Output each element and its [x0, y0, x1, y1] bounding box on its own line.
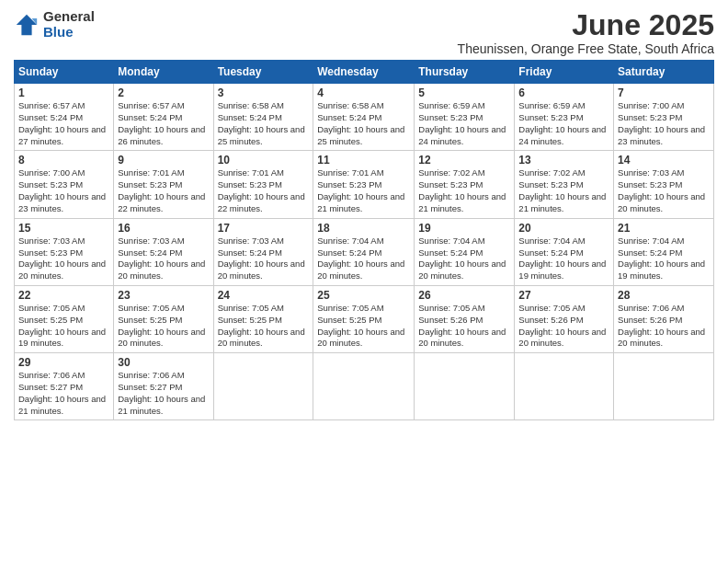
sunrise: Sunrise: 7:01 AM [218, 167, 284, 178]
logo-blue-text: Blue [43, 25, 95, 40]
col-saturday: Saturday [614, 61, 714, 84]
calendar-cell: 8 Sunrise: 7:00 AM Sunset: 5:23 PM Dayli… [15, 151, 114, 218]
calendar-cell [313, 353, 415, 420]
day-number: 6 [518, 86, 609, 99]
daylight: Daylight: 10 hours and 24 minutes. [518, 124, 606, 146]
calendar-cell: 16 Sunrise: 7:03 AM Sunset: 5:24 PM Dayl… [114, 218, 213, 285]
svg-marker-0 [17, 14, 37, 34]
sunset: Sunset: 5:23 PM [317, 179, 381, 190]
sunrise: Sunrise: 7:05 AM [317, 303, 383, 313]
daylight: Daylight: 10 hours and 20 minutes. [18, 259, 106, 281]
day-info: Sunrise: 7:05 AM Sunset: 5:26 PM Dayligh… [518, 303, 609, 350]
sunset: Sunset: 5:26 PM [618, 315, 682, 325]
calendar-cell: 27 Sunrise: 7:05 AM Sunset: 5:26 PM Dayl… [515, 285, 614, 352]
calendar-cell: 29 Sunrise: 7:06 AM Sunset: 5:27 PM Dayl… [15, 353, 114, 420]
day-info: Sunrise: 7:05 AM Sunset: 5:25 PM Dayligh… [18, 303, 109, 350]
calendar-cell: 10 Sunrise: 7:01 AM Sunset: 5:23 PM Dayl… [213, 151, 313, 218]
sunrise: Sunrise: 7:05 AM [118, 303, 184, 313]
calendar-week-2: 8 Sunrise: 7:00 AM Sunset: 5:23 PM Dayli… [15, 151, 714, 218]
sunset: Sunset: 5:24 PM [317, 112, 381, 122]
daylight: Daylight: 10 hours and 26 minutes. [118, 124, 205, 146]
day-info: Sunrise: 7:04 AM Sunset: 5:24 PM Dayligh… [618, 236, 710, 282]
daylight: Daylight: 10 hours and 27 minutes. [18, 124, 106, 146]
sunset: Sunset: 5:25 PM [118, 315, 182, 325]
sunrise: Sunrise: 7:05 AM [418, 303, 484, 313]
calendar-cell: 1 Sunrise: 6:57 AM Sunset: 5:24 PM Dayli… [15, 84, 114, 151]
day-info: Sunrise: 7:01 AM Sunset: 5:23 PM Dayligh… [218, 167, 310, 214]
calendar-cell: 22 Sunrise: 7:05 AM Sunset: 5:25 PM Dayl… [15, 285, 114, 352]
calendar-cell: 9 Sunrise: 7:01 AM Sunset: 5:23 PM Dayli… [114, 151, 213, 218]
sunset: Sunset: 5:24 PM [418, 247, 483, 258]
day-number: 20 [518, 222, 609, 235]
day-number: 8 [18, 154, 109, 167]
daylight: Daylight: 10 hours and 20 minutes. [618, 191, 705, 213]
day-info: Sunrise: 7:05 AM Sunset: 5:25 PM Dayligh… [218, 303, 310, 350]
sunrise: Sunrise: 7:01 AM [317, 167, 383, 178]
calendar-cell: 3 Sunrise: 6:58 AM Sunset: 5:24 PM Dayli… [213, 84, 313, 151]
col-thursday: Thursday [415, 61, 515, 84]
daylight: Daylight: 10 hours and 20 minutes. [518, 327, 606, 349]
sunset: Sunset: 5:27 PM [18, 382, 83, 392]
calendar-cell: 18 Sunrise: 7:04 AM Sunset: 5:24 PM Dayl… [313, 218, 415, 285]
day-number: 11 [317, 154, 410, 167]
day-info: Sunrise: 7:05 AM Sunset: 5:26 PM Dayligh… [418, 303, 510, 350]
page: General Blue June 2025 Theunissen, Orang… [0, 0, 728, 563]
col-monday: Monday [114, 61, 213, 84]
sunset: Sunset: 5:23 PM [518, 179, 583, 190]
sunset: Sunset: 5:27 PM [118, 382, 182, 392]
daylight: Daylight: 10 hours and 20 minutes. [118, 259, 205, 281]
calendar-cell: 12 Sunrise: 7:02 AM Sunset: 5:23 PM Dayl… [415, 151, 515, 218]
day-number: 15 [18, 222, 109, 235]
sunrise: Sunrise: 7:03 AM [18, 236, 85, 246]
sunrise: Sunrise: 6:58 AM [218, 100, 284, 110]
sunrise: Sunrise: 7:04 AM [518, 236, 585, 246]
daylight: Daylight: 10 hours and 19 minutes. [518, 259, 606, 281]
day-info: Sunrise: 7:06 AM Sunset: 5:27 PM Dayligh… [18, 370, 109, 417]
sunrise: Sunrise: 7:00 AM [18, 167, 85, 178]
day-info: Sunrise: 7:06 AM Sunset: 5:26 PM Dayligh… [618, 303, 710, 350]
logo-icon [14, 12, 40, 38]
header-row: Sunday Monday Tuesday Wednesday Thursday… [15, 61, 714, 84]
day-number: 22 [18, 289, 109, 302]
logo-text: General Blue [43, 9, 95, 40]
sunset: Sunset: 5:23 PM [418, 179, 483, 190]
daylight: Daylight: 10 hours and 20 minutes. [618, 327, 705, 349]
day-info: Sunrise: 7:03 AM Sunset: 5:24 PM Dayligh… [118, 236, 209, 282]
title-section: June 2025 Theunissen, Orange Free State,… [458, 9, 714, 56]
sunrise: Sunrise: 7:00 AM [618, 100, 684, 110]
header: General Blue June 2025 Theunissen, Orang… [14, 9, 714, 56]
day-number: 30 [118, 356, 209, 369]
sunset: Sunset: 5:25 PM [218, 315, 282, 325]
day-number: 14 [618, 154, 710, 167]
calendar-body: 1 Sunrise: 6:57 AM Sunset: 5:24 PM Dayli… [15, 84, 714, 420]
sunrise: Sunrise: 6:59 AM [518, 100, 585, 110]
sunset: Sunset: 5:23 PM [118, 179, 182, 190]
daylight: Daylight: 10 hours and 20 minutes. [317, 259, 404, 281]
sunset: Sunset: 5:24 PM [118, 247, 182, 258]
location-subtitle: Theunissen, Orange Free State, South Afr… [458, 41, 714, 56]
calendar-week-1: 1 Sunrise: 6:57 AM Sunset: 5:24 PM Dayli… [15, 84, 714, 151]
day-number: 16 [118, 222, 209, 235]
sunset: Sunset: 5:25 PM [317, 315, 381, 325]
day-number: 10 [218, 154, 310, 167]
sunset: Sunset: 5:23 PM [418, 112, 483, 122]
day-number: 9 [118, 154, 209, 167]
day-info: Sunrise: 7:01 AM Sunset: 5:23 PM Dayligh… [317, 167, 410, 214]
daylight: Daylight: 10 hours and 20 minutes. [418, 327, 506, 349]
day-number: 18 [317, 222, 410, 235]
daylight: Daylight: 10 hours and 25 minutes. [218, 124, 305, 146]
calendar-cell: 13 Sunrise: 7:02 AM Sunset: 5:23 PM Dayl… [515, 151, 614, 218]
sunset: Sunset: 5:24 PM [518, 247, 583, 258]
calendar-cell [614, 353, 714, 420]
daylight: Daylight: 10 hours and 20 minutes. [218, 259, 305, 281]
daylight: Daylight: 10 hours and 25 minutes. [317, 124, 404, 146]
calendar-cell [515, 353, 614, 420]
sunset: Sunset: 5:23 PM [618, 112, 682, 122]
day-info: Sunrise: 7:00 AM Sunset: 5:23 PM Dayligh… [618, 100, 710, 147]
day-info: Sunrise: 6:58 AM Sunset: 5:24 PM Dayligh… [218, 100, 310, 147]
day-info: Sunrise: 7:05 AM Sunset: 5:25 PM Dayligh… [118, 303, 209, 350]
daylight: Daylight: 10 hours and 20 minutes. [218, 327, 305, 349]
sunset: Sunset: 5:25 PM [18, 315, 83, 325]
sunset: Sunset: 5:24 PM [218, 112, 282, 122]
calendar-week-5: 29 Sunrise: 7:06 AM Sunset: 5:27 PM Dayl… [15, 353, 714, 420]
